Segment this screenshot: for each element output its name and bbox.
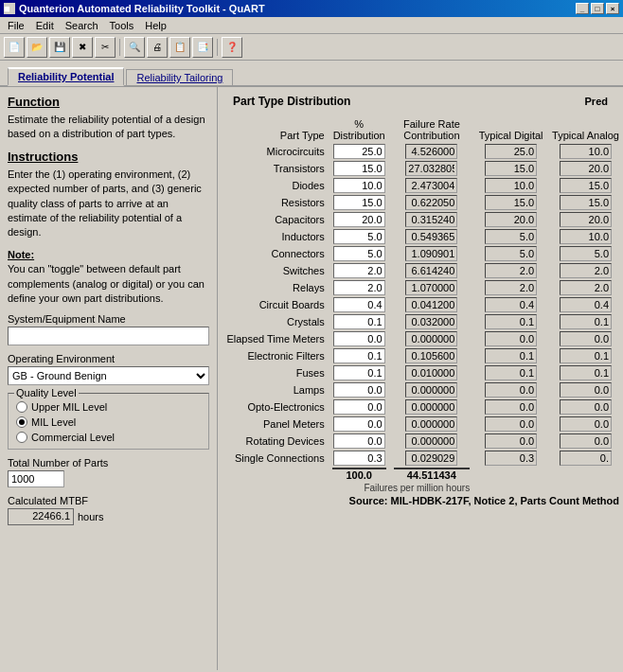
radio-upper-mil-btn[interactable]	[16, 401, 27, 413]
pred-label: Pred	[585, 96, 608, 107]
open-button[interactable]: 📂	[27, 37, 47, 58]
radio-commercial[interactable]: Commercial Level	[16, 432, 201, 443]
digital-input	[485, 195, 537, 210]
system-name-input[interactable]	[8, 327, 209, 345]
toolbar-sep-1	[119, 39, 120, 56]
dist-input[interactable]	[333, 246, 385, 261]
dist-input[interactable]	[333, 297, 385, 312]
radio-mil-label: MIL Level	[31, 416, 76, 428]
source-text: Source: MIL-HDBK-217F, Notice 2, Parts C…	[218, 494, 623, 507]
dist-input[interactable]	[333, 399, 385, 415]
menu-tools[interactable]: Tools	[104, 19, 140, 32]
toolbar: 📄 📂 💾 ✖ ✂ 🔍 🖨 📋 📑 ❓	[0, 34, 623, 61]
analog-input	[560, 348, 612, 363]
col-header-failure: Failure RateContribution	[390, 117, 474, 143]
parts-label: Total Number of Parts	[8, 457, 209, 469]
dist-input[interactable]	[333, 382, 385, 398]
radio-upper-mil[interactable]: Upper MIL Level	[16, 401, 201, 413]
table-row: Single Connections	[218, 450, 623, 467]
table-row: Crystals	[218, 313, 623, 330]
menu-search[interactable]: Search	[60, 19, 104, 32]
part-type-label: Circuit Boards	[218, 296, 329, 313]
part-type-label: Panel Meters	[218, 416, 329, 433]
minimize-button[interactable]: _	[576, 3, 589, 14]
radio-mil-btn[interactable]	[16, 416, 27, 428]
failure-input	[405, 246, 457, 261]
table-row: Relays	[218, 279, 623, 296]
left-panel: Function Estimate the reliability potent…	[0, 87, 218, 670]
title-bar-controls: _ □ ×	[576, 3, 619, 14]
digital-input	[485, 399, 537, 415]
total-row: 100.0 44.511434	[218, 467, 623, 482]
dist-input[interactable]	[333, 263, 385, 278]
failures-unit: Failures per million hours	[218, 482, 473, 494]
part-type-label: Relays	[218, 279, 329, 296]
table-row: Electronic Filters	[218, 347, 623, 364]
delete-button[interactable]: ✂	[95, 37, 116, 58]
part-type-label: Connectors	[218, 245, 329, 262]
env-select[interactable]: GB - Ground Benign GF - Ground Fixed GM …	[8, 366, 209, 385]
title-bar: ■ Quanterion Automated Reliability Toolk…	[0, 0, 623, 17]
analog-input	[560, 178, 612, 193]
print-button[interactable]: 🖨	[147, 37, 168, 58]
digital-input	[485, 161, 537, 176]
parts-input[interactable]	[8, 470, 64, 487]
dist-input[interactable]	[333, 144, 385, 159]
tab-strip: Reliability Potential Reliability Tailor…	[0, 61, 623, 87]
close-button[interactable]: ×	[606, 3, 619, 14]
dist-input[interactable]	[333, 314, 385, 329]
dist-input[interactable]	[333, 161, 385, 176]
analog-input	[560, 314, 612, 329]
dist-input[interactable]	[333, 178, 385, 193]
menu-file[interactable]: File	[2, 19, 30, 32]
mtbf-unit: hours	[78, 511, 104, 522]
radio-mil[interactable]: MIL Level	[16, 416, 201, 428]
table-row: Inductors	[218, 228, 623, 245]
menu-edit[interactable]: Edit	[30, 19, 60, 32]
dist-input[interactable]	[333, 451, 385, 466]
mtbf-value: 22466.1	[8, 508, 74, 525]
function-title: Function	[8, 95, 209, 109]
part-type-label: Fuses	[218, 364, 329, 381]
print-preview-button[interactable]: 🔍	[124, 37, 145, 58]
copy-button[interactable]: 📑	[192, 37, 213, 58]
menu-help[interactable]: Help	[139, 19, 172, 32]
dist-input[interactable]	[333, 229, 385, 244]
maximize-button[interactable]: □	[591, 3, 604, 14]
dist-input[interactable]	[333, 195, 385, 210]
dist-input[interactable]	[333, 331, 385, 346]
failure-input	[405, 280, 457, 295]
parts-table: Part Type %Distribution Failure RateCont…	[218, 117, 623, 507]
help-button[interactable]: ❓	[222, 37, 242, 58]
analog-input	[560, 246, 612, 261]
table-row: Connectors	[218, 245, 623, 262]
table-row: Transistors	[218, 160, 623, 177]
save-button[interactable]: 💾	[49, 37, 70, 58]
failure-input	[405, 314, 457, 329]
dist-input[interactable]	[333, 433, 385, 449]
radio-commercial-btn[interactable]	[16, 432, 27, 443]
dist-input[interactable]	[333, 365, 385, 380]
dist-input[interactable]	[333, 416, 385, 432]
digital-input	[485, 297, 537, 312]
dist-input[interactable]	[333, 212, 385, 227]
export-button[interactable]: 📋	[169, 37, 190, 58]
radio-commercial-label: Commercial Level	[31, 432, 115, 443]
table-row: Capacitors	[218, 211, 623, 228]
tab-reliability-potential[interactable]: Reliability Potential	[8, 67, 124, 86]
dist-input[interactable]	[333, 280, 385, 295]
close-doc-button[interactable]: ✖	[72, 37, 93, 58]
table-row: Elapsed Time Meters	[218, 330, 623, 347]
note-label: Note:	[8, 249, 34, 260]
table-row: Diodes	[218, 177, 623, 194]
analog-input	[560, 144, 612, 159]
table-row: Fuses	[218, 364, 623, 381]
new-button[interactable]: 📄	[4, 37, 25, 58]
dist-input[interactable]	[333, 348, 385, 363]
failure-input	[405, 161, 457, 176]
part-type-label: Diodes	[218, 177, 329, 194]
digital-input	[485, 229, 537, 244]
analog-input	[560, 433, 612, 449]
digital-input	[485, 144, 537, 159]
tab-reliability-tailoring[interactable]: Reliability Tailoring	[126, 69, 233, 86]
